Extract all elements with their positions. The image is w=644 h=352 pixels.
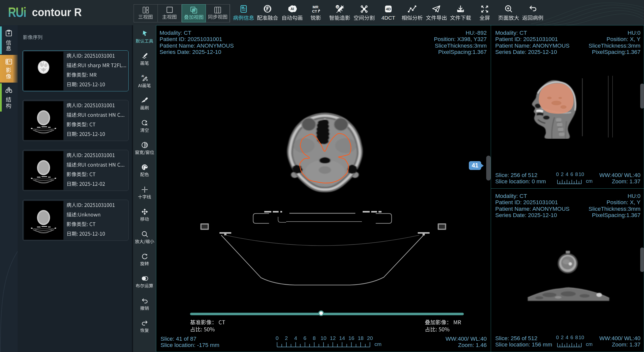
svg-text:6: 6 — [570, 335, 573, 340]
svg-text:CT: CT — [312, 9, 317, 13]
svg-text:2: 2 — [561, 171, 563, 177]
svg-text:0: 0 — [556, 171, 559, 177]
svg-text:6: 6 — [570, 171, 573, 177]
svg-text:AI: AI — [291, 7, 294, 11]
svg-text:10: 10 — [579, 171, 584, 177]
svg-text:14: 14 — [339, 335, 345, 341]
svg-text:4D: 4D — [386, 7, 391, 11]
svg-text:0: 0 — [556, 335, 559, 340]
svg-text:10: 10 — [579, 335, 584, 340]
svg-text:8: 8 — [575, 171, 578, 177]
svg-text:4: 4 — [565, 335, 568, 340]
svg-text:MR: MR — [313, 5, 318, 9]
svg-text:cm: cm — [586, 178, 593, 184]
svg-text:8: 8 — [575, 335, 578, 340]
svg-text:0: 0 — [276, 335, 279, 341]
svg-text:12: 12 — [330, 335, 336, 341]
svg-text:2: 2 — [285, 335, 288, 341]
svg-text:AI: AI — [336, 6, 339, 8]
svg-text:20: 20 — [367, 335, 373, 341]
svg-text:4: 4 — [565, 171, 568, 177]
svg-text:16: 16 — [349, 335, 354, 341]
svg-text:2: 2 — [561, 335, 563, 340]
svg-text:6: 6 — [304, 335, 307, 341]
svg-text:8: 8 — [313, 335, 316, 341]
svg-text:10: 10 — [321, 335, 326, 341]
svg-text:18: 18 — [358, 335, 363, 341]
svg-text:cm: cm — [374, 341, 382, 347]
svg-text:AI: AI — [141, 75, 144, 78]
svg-text:cm: cm — [586, 341, 593, 347]
svg-text:4: 4 — [294, 335, 297, 341]
